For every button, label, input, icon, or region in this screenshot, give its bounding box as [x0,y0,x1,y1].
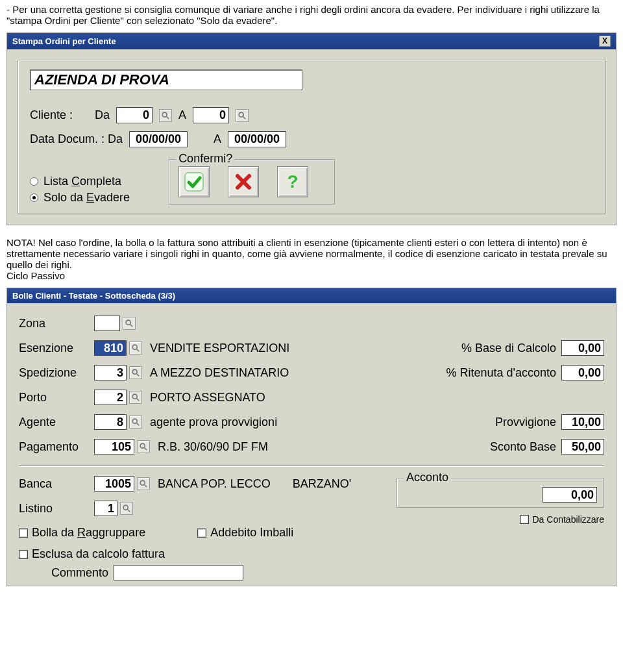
note-text: NOTA! Nel caso l'ordine, la bolla o la f… [0,237,623,288]
base-calcolo-label: % Base di Calcolo [461,342,556,355]
svg-point-20 [123,505,128,510]
listino-label: Listino [19,502,94,516]
base-calcolo-input[interactable]: 0,00 [561,340,604,356]
svg-line-19 [145,485,147,488]
date-to-input[interactable]: 00/00/00 [228,131,286,147]
sconto-label: Sconto Base [490,440,556,454]
svg-point-14 [132,419,137,423]
svg-line-13 [137,399,140,401]
lookup-zona[interactable] [123,317,136,330]
esenzione-label: Esenzione [19,342,94,355]
lookup-listino[interactable] [120,502,133,515]
porto-desc: PORTO ASSEGNATO [150,391,265,404]
provvigione-input[interactable]: 10,00 [561,414,604,430]
cancel-button[interactable] [228,166,259,197]
cliente-to-input[interactable]: 0 [193,107,229,123]
checkbox-esclusa-calcolo[interactable]: Esclusa da calcolo fattura [19,547,165,561]
spedizione-input[interactable]: 3 [94,365,127,380]
confirm-button[interactable] [178,166,210,197]
window-bolle-clienti: Bolle Clienti - Testate - Sottoscheda (3… [6,288,617,586]
svg-line-21 [128,510,130,512]
cliente-label: Cliente : [30,108,88,122]
help-button[interactable]: ? [277,166,308,197]
svg-text:?: ? [287,171,299,192]
commento-label: Commento [51,566,108,580]
lookup-esenzione[interactable] [129,342,142,355]
radio-indicator [30,177,38,186]
agente-desc: agente prova provvigioni [150,416,277,429]
acconto-group: Acconto 0,00 [397,478,604,508]
svg-point-16 [140,443,145,448]
checkbox-da-contabilizzare[interactable]: Da Contabilizzare [397,514,604,525]
da-label: Da [95,108,110,122]
svg-point-12 [132,394,137,399]
checkbox-addebito-imballi[interactable]: Addebito Imballi [197,526,293,540]
zona-input[interactable] [94,316,120,331]
data-label: Data Docum. : Da [30,132,123,146]
sconto-input[interactable]: 50,00 [561,439,604,454]
svg-line-3 [243,116,246,119]
lookup-pagamento[interactable] [137,440,150,453]
titlebar: Stampa Ordini per Cliente X [7,33,616,49]
svg-line-15 [137,423,140,426]
radio-indicator [30,193,38,202]
window-stampa-ordini: Stampa Ordini per Cliente X AZIENDA DI P… [6,32,617,225]
svg-point-10 [132,369,137,374]
title-text: Stampa Ordini per Cliente [12,36,116,46]
svg-point-2 [239,112,243,117]
pagamento-label: Pagamento [19,440,94,454]
pagamento-input[interactable]: 105 [94,439,134,454]
zona-label: Zona [19,317,94,330]
divider [19,466,604,466]
esenzione-desc: VENDITE ESPORTAZIONI [150,342,289,355]
a-label2: A [214,132,221,146]
provvigione-label: Provvigione [495,416,556,429]
banca-input[interactable]: 1005 [94,476,134,492]
radio-solo-da-evadere[interactable]: Solo da Evadere [30,191,130,205]
banca-label: Banca [19,477,94,491]
spedizione-desc: A MEZZO DESTINATARIO [150,366,289,380]
svg-point-0 [162,112,167,117]
agente-input[interactable]: 8 [94,414,127,430]
commento-input[interactable] [114,565,243,580]
pagamento-desc: R.B. 30/60/90 DF FM [158,440,268,454]
banca-desc2: BARZANO' [293,477,351,491]
lookup-porto[interactable] [129,391,142,404]
svg-line-17 [145,448,147,451]
close-icon[interactable]: X [599,36,611,47]
acconto-legend: Acconto [404,471,451,484]
agente-label: Agente [19,416,94,429]
company-field[interactable]: AZIENDA DI PROVA [30,69,302,90]
confirm-group: Confermi? ? [169,159,335,205]
svg-point-8 [132,345,137,349]
form-panel: AZIENDA DI PROVA Cliente : Da 0 A 0 Data… [18,60,605,214]
banca-desc1: BANCA POP. LECCO [158,477,271,491]
a-label: A [178,108,186,122]
title-text-2: Bolle Clienti - Testate - Sottoscheda (3… [12,291,175,301]
ciclo-passivo-label: Ciclo Passivo [6,270,65,281]
acconto-input[interactable]: 0,00 [543,487,597,503]
svg-point-18 [140,480,145,485]
lookup-agente[interactable] [129,416,142,429]
date-from-input[interactable]: 00/00/00 [129,131,188,147]
svg-line-11 [137,374,140,377]
porto-label: Porto [19,391,94,404]
listino-input[interactable]: 1 [94,501,117,516]
titlebar2: Bolle Clienti - Testate - Sottoscheda (3… [7,288,616,303]
svg-point-6 [126,320,130,325]
radio-lista-completa[interactable]: Lista Completa [30,175,130,188]
lookup-spedizione[interactable] [129,366,142,379]
spedizione-label: Spedizione [19,366,94,380]
svg-line-7 [130,325,133,327]
confirm-legend: Confermi? [176,152,235,166]
lookup-cliente-to[interactable] [236,109,249,122]
ritenuta-input[interactable]: 0,00 [561,365,604,380]
porto-input[interactable]: 2 [94,390,127,405]
ritenuta-label: % Ritenuta d'acconto [446,366,556,380]
lookup-banca[interactable] [137,477,150,490]
esenzione-input[interactable]: 810 [94,340,127,356]
lookup-cliente-from[interactable] [159,109,172,122]
svg-line-1 [167,116,169,119]
cliente-from-input[interactable]: 0 [116,107,153,123]
checkbox-bolla-raggruppare[interactable]: Bolla da Raggruppare [19,526,145,540]
